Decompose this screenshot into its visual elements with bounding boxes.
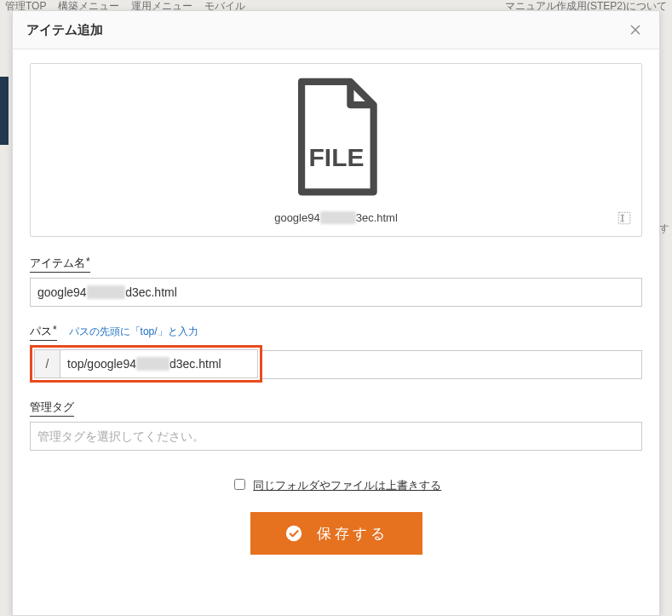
file-icon: FILE (277, 76, 396, 206)
save-button-label: 保存する (317, 524, 388, 544)
svg-rect-1 (618, 212, 630, 224)
background-sidebar-strip (0, 77, 9, 145)
item-name-label: アイテム名 (30, 256, 90, 273)
close-button[interactable] (625, 20, 646, 40)
path-value-censored: xxxxxx (136, 357, 169, 371)
dropzone-filename: google94xxxxxxx3ec.html (41, 211, 631, 224)
tag-label: 管理タグ (30, 400, 74, 417)
background-right-text: す (659, 222, 672, 237)
path-value-prefix: top/google94 (67, 357, 136, 371)
overwrite-row: 同じフォルダやファイルは上書きする (30, 476, 642, 493)
item-name-group: アイテム名 google94xxxxxxxd3ec.html (30, 256, 642, 307)
svg-text:FILE: FILE (308, 143, 364, 171)
modal-title: アイテム追加 (26, 22, 103, 38)
svg-rect-2 (622, 215, 623, 222)
modal-body: FILE google94xxxxxxx3ec.html アイテム名 (13, 49, 659, 615)
modal-actions: 保存する (30, 512, 642, 555)
item-name-value-prefix: google94 (37, 285, 87, 299)
filename-suffix: 3ec.html (356, 211, 398, 224)
svg-point-3 (285, 526, 301, 541)
file-dropzone[interactable]: FILE google94xxxxxxx3ec.html (30, 63, 642, 237)
item-name-value-suffix: d3ec.html (125, 285, 177, 299)
path-value-suffix: d3ec.html (169, 357, 221, 371)
save-button[interactable]: 保存する (250, 512, 422, 555)
close-icon (629, 23, 642, 37)
filename-prefix: google94 (274, 211, 320, 224)
overwrite-label[interactable]: 同じフォルダやファイルは上書きする (231, 479, 442, 492)
overwrite-text: 同じフォルダやファイルは上書きする (253, 479, 441, 492)
add-item-modal: アイテム追加 FILE google94xxxxxxx3ec.htm (12, 10, 660, 616)
path-group: パス パスの先頭に「top/」と入力 / top/google94xxxxxxd… (30, 324, 642, 383)
check-circle-icon (284, 524, 303, 543)
rename-icon (617, 210, 632, 226)
tag-select-input[interactable] (30, 422, 642, 451)
overwrite-checkbox[interactable] (234, 479, 245, 490)
path-input[interactable]: top/google94xxxxxxd3ec.html (60, 349, 258, 378)
path-label: パス (30, 324, 57, 341)
item-name-input[interactable]: google94xxxxxxxd3ec.html (30, 278, 642, 307)
path-prefix: / (34, 349, 60, 378)
path-input-extension[interactable] (262, 350, 642, 379)
item-name-value-censored: xxxxxxx (87, 285, 126, 299)
rename-button[interactable] (616, 210, 633, 227)
filename-censored: xxxxxxx (320, 211, 356, 224)
path-highlight-box: / top/google94xxxxxxd3ec.html (30, 345, 262, 383)
tag-group: 管理タグ (30, 400, 642, 451)
path-hint-link[interactable]: パスの先頭に「top/」と入力 (69, 325, 198, 337)
modal-header: アイテム追加 (13, 11, 659, 49)
